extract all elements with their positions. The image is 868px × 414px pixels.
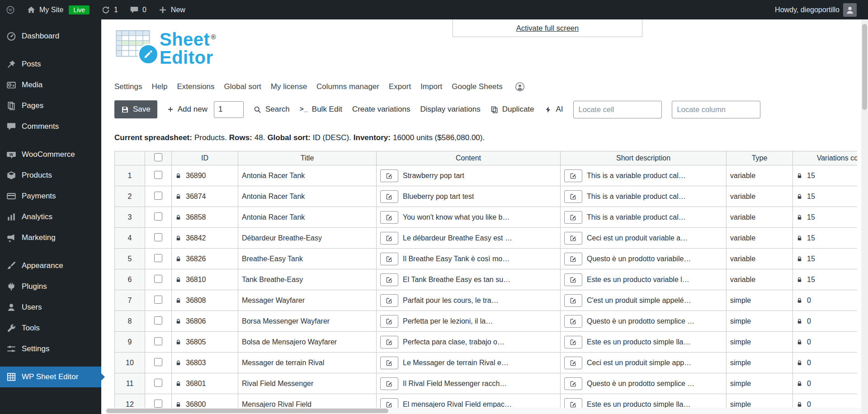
row-checkbox[interactable]	[154, 212, 162, 221]
row-number[interactable]: 6	[115, 269, 145, 290]
cell-short-description[interactable]: This is a variable product cal…	[561, 207, 726, 228]
cell-title[interactable]: Tank Breathe-Easy	[238, 269, 377, 290]
cell-title[interactable]: Borsa Messenger Wayfarer	[238, 311, 377, 332]
cell-id[interactable]: 36890	[172, 165, 238, 186]
sidebar-item-products[interactable]: Products	[0, 165, 101, 186]
row-number[interactable]: 8	[115, 311, 145, 332]
vertical-scrollbar[interactable]	[861, 19, 868, 414]
cell-title[interactable]: Messager Wayfarer	[238, 290, 377, 311]
row-select-cell[interactable]	[145, 290, 172, 311]
row-select-cell[interactable]	[145, 186, 172, 207]
cell-variations-count[interactable]: 0	[793, 332, 858, 353]
cell-short-description[interactable]: Questo è un prodotto semplice …	[561, 373, 726, 394]
updates-link[interactable]: 1	[95, 0, 124, 19]
edit-short-description-button[interactable]	[564, 294, 582, 307]
cell-id[interactable]: 36810	[172, 269, 238, 290]
row-select-cell[interactable]	[145, 249, 172, 269]
cell-content[interactable]: Le débardeur Breathe Easy est …	[377, 228, 561, 249]
howdy-account-link[interactable]: Howdy, diegoportillo	[769, 3, 863, 17]
vertical-scrollbar-thumb[interactable]	[862, 24, 867, 110]
horizontal-scrollbar[interactable]	[105, 408, 861, 414]
edit-short-description-button[interactable]	[564, 169, 582, 182]
menu-item-help[interactable]: Help	[151, 82, 167, 91]
cell-type[interactable]: variable	[726, 186, 793, 207]
cell-id[interactable]: 36801	[172, 373, 238, 394]
cell-content[interactable]: El Tank Breathe Easy es tan su…	[377, 269, 561, 290]
edit-content-button[interactable]	[380, 315, 398, 328]
row-checkbox[interactable]	[154, 379, 162, 387]
edit-short-description-button[interactable]	[564, 190, 582, 203]
cell-variations-count[interactable]: 15	[793, 249, 858, 269]
edit-short-description-button[interactable]	[564, 315, 582, 328]
cell-short-description[interactable]: Ceci est un produit variable a…	[561, 228, 726, 249]
cell-type[interactable]: variable	[726, 207, 793, 228]
row-checkbox[interactable]	[154, 296, 162, 304]
cell-variations-count[interactable]: 0	[793, 373, 858, 394]
live-badge[interactable]: Live	[69, 5, 90, 14]
menu-item-global-sort[interactable]: Global sort	[224, 82, 261, 91]
cell-type[interactable]: simple	[726, 290, 793, 311]
edit-short-description-button[interactable]	[564, 211, 582, 224]
cell-id[interactable]: 36803	[172, 353, 238, 373]
row-checkbox[interactable]	[154, 400, 162, 408]
sidebar-item-payments[interactable]: Payments	[0, 186, 101, 207]
cell-short-description[interactable]: Questo è un prodotto variabile…	[561, 249, 726, 269]
cell-content[interactable]: Blueberry pop tart test	[377, 186, 561, 207]
cell-id[interactable]: 36874	[172, 186, 238, 207]
column-header-type[interactable]: Type	[726, 151, 793, 165]
sidebar-item-wp-sheet-editor[interactable]: WP Sheet Editor	[0, 367, 101, 387]
menu-item-import[interactable]: Import	[420, 82, 442, 91]
column-header-content[interactable]: Content	[377, 151, 561, 165]
cell-type[interactable]: simple	[726, 373, 793, 394]
ai-button[interactable]: AI	[544, 105, 563, 114]
cell-short-description[interactable]: Questo è un prodotto semplice …	[561, 311, 726, 332]
edit-content-button[interactable]	[380, 190, 398, 203]
row-number[interactable]: 9	[115, 332, 145, 353]
row-number[interactable]: 5	[115, 249, 145, 269]
cell-short-description[interactable]: This is a variable product cal…	[561, 165, 726, 186]
add-new-count-input[interactable]	[214, 101, 244, 118]
cell-short-description[interactable]: C'est un produit simple appelé…	[561, 290, 726, 311]
cell-title[interactable]: Antonia Racer Tank	[238, 207, 377, 228]
cell-variations-count[interactable]: 0	[793, 311, 858, 332]
cell-id[interactable]: 36808	[172, 290, 238, 311]
cell-content[interactable]: You won't know what you like b…	[377, 207, 561, 228]
row-select-cell[interactable]	[145, 269, 172, 290]
edit-content-button[interactable]	[380, 232, 398, 245]
menu-item-settings[interactable]: Settings	[114, 82, 142, 91]
column-header-short-description[interactable]: Short description	[561, 151, 726, 165]
cell-content[interactable]: Il Rival Field Messenger racch…	[377, 373, 561, 394]
cell-title[interactable]: Antonia Racer Tank	[238, 186, 377, 207]
sidebar-item-comments[interactable]: Comments	[0, 116, 101, 137]
edit-content-button[interactable]	[380, 357, 398, 369]
cell-type[interactable]: simple	[726, 332, 793, 353]
column-header-variations-count[interactable]: Variations count	[793, 151, 858, 165]
duplicate-button[interactable]: Duplicate	[491, 105, 534, 114]
search-button[interactable]: Search	[254, 105, 290, 114]
row-select-cell[interactable]	[145, 332, 172, 353]
row-number[interactable]: 1	[115, 165, 145, 186]
edit-content-button[interactable]	[380, 273, 398, 286]
row-checkbox[interactable]	[154, 254, 162, 262]
sidebar-item-posts[interactable]: Posts	[0, 54, 101, 75]
comments-link[interactable]: 0	[124, 0, 152, 19]
sidebar-item-plugins[interactable]: Plugins	[0, 276, 101, 297]
select-all-header[interactable]	[145, 151, 172, 165]
cell-id[interactable]: 36858	[172, 207, 238, 228]
row-checkbox[interactable]	[154, 171, 162, 179]
column-header-id[interactable]: ID	[172, 151, 238, 165]
cell-content[interactable]: Perfecta para clase, trabajo o…	[377, 332, 561, 353]
row-select-cell[interactable]	[145, 353, 172, 373]
my-site-link[interactable]: My Site Live	[21, 0, 95, 19]
cell-title[interactable]: Antonia Racer Tank	[238, 165, 377, 186]
activate-full-screen-link[interactable]: Activate full screen	[516, 24, 579, 33]
edit-content-button[interactable]	[380, 336, 398, 348]
display-variations-button[interactable]: Display variations	[420, 105, 480, 114]
sidebar-item-marketing[interactable]: Marketing	[0, 227, 101, 248]
create-variations-button[interactable]: Create variations	[352, 105, 410, 114]
profile-icon[interactable]	[515, 82, 525, 92]
cell-variations-count[interactable]: 15	[793, 269, 858, 290]
cell-content[interactable]: Parfait pour les cours, le tra…	[377, 290, 561, 311]
cell-type[interactable]: variable	[726, 269, 793, 290]
edit-content-button[interactable]	[380, 253, 398, 265]
